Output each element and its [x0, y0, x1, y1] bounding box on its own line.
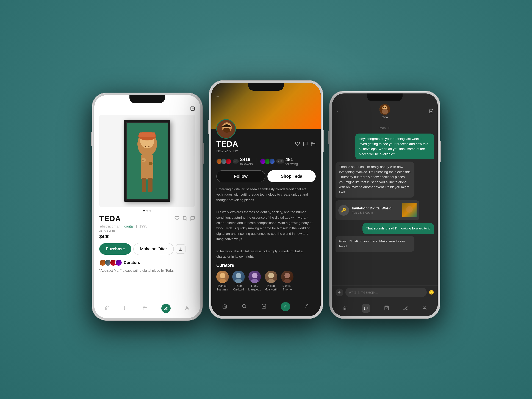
p3-nav-shop[interactable] [384, 305, 389, 311]
followers-label: followers [240, 162, 253, 166]
emoji-button[interactable]: 🙂 [429, 290, 434, 295]
p2-nav-search[interactable] [242, 304, 247, 310]
nav-home[interactable] [105, 305, 110, 311]
artwork-description: "Abstract Man" a captivating digital pie… [99, 268, 195, 273]
offer-button[interactable]: Make an Offer [133, 243, 174, 255]
dot-2[interactable] [146, 210, 148, 212]
calendar-icon-p2[interactable] [311, 141, 316, 147]
msg-card-icon: 🔑 [338, 205, 349, 216]
phone1-navbar [94, 301, 200, 318]
curator-item-3[interactable]: FionaMarquette [248, 271, 261, 291]
nav-calendar[interactable] [143, 305, 147, 311]
add-attachment-button[interactable]: + [336, 289, 343, 296]
curator-avatar-theo [232, 271, 245, 283]
p3-bag-icon[interactable] [429, 109, 433, 114]
p2-nav-create-active[interactable] [281, 302, 290, 311]
svg-rect-15 [143, 306, 147, 310]
following-count: 481 [285, 157, 298, 162]
dot-3[interactable] [150, 210, 151, 212]
artwork-meta: abstract man digital | 1995 [99, 224, 195, 228]
title-row: TEDA [99, 214, 195, 223]
bag-icon[interactable] [190, 106, 195, 112]
p3-nav-chat-active[interactable] [361, 304, 370, 313]
p3-nav-create[interactable] [403, 305, 408, 311]
date-line-right [392, 128, 434, 128]
following-stat: +12 481 following [260, 157, 298, 166]
notch-phone2 [248, 83, 284, 91]
back-btn[interactable]: ← [216, 94, 220, 99]
curator-item-1[interactable]: MarisolHartman [216, 271, 229, 291]
svg-point-43 [306, 304, 308, 306]
message-input[interactable] [345, 288, 427, 297]
cta-buttons: Follow Shop Teda [216, 170, 316, 182]
svg-point-38 [285, 273, 290, 279]
artwork-dots [94, 210, 200, 212]
msg-card[interactable]: 🔑 Invitation: Digital World Feb 13, 5:00… [336, 200, 419, 220]
nav-create-active[interactable] [161, 304, 171, 313]
p3-user-avatar[interactable] [380, 104, 390, 115]
comment-icon[interactable] [190, 216, 195, 222]
profile-action-icons [295, 141, 316, 147]
curator-name-3: FionaMarquette [248, 284, 261, 291]
msg-received-2-text: Great, I'll talk to you there! Make sure… [339, 239, 405, 248]
follow-button[interactable]: Follow [216, 170, 265, 182]
curator-name-5: DamianThorne [282, 284, 292, 291]
msg-card-title: Invitation: Digital World [352, 206, 399, 210]
bio-paragraph-2: His work explores themes of identity, so… [216, 209, 316, 242]
nav-chat[interactable] [124, 305, 129, 311]
artist-name: TEDA [216, 139, 238, 148]
svg-rect-5 [139, 133, 155, 137]
avatar-svg [217, 120, 236, 139]
svg-point-40 [242, 304, 246, 308]
dot-1[interactable] [143, 210, 145, 212]
shop-button[interactable]: Shop Teda [267, 170, 316, 182]
curators-section-title: Curators [216, 263, 316, 268]
purchase-button[interactable]: Purchase [99, 243, 131, 255]
curator-item-4[interactable]: HelenMolsworth [265, 271, 278, 291]
artwork-image: ω [127, 123, 168, 199]
p2-nav-home[interactable] [222, 304, 227, 310]
curator-item-5[interactable]: DamianThorne [281, 271, 293, 291]
phone2-body: TEDA [211, 139, 321, 299]
svg-point-34 [252, 273, 258, 279]
message-icon-p2[interactable] [303, 141, 308, 147]
curator-avatar-damian [281, 271, 293, 283]
curator-avatar-helen [265, 271, 277, 283]
curators-label: Curators [124, 260, 140, 265]
svg-point-36 [268, 273, 274, 279]
svg-point-33 [234, 279, 242, 283]
heart-icon-p2[interactable] [295, 141, 300, 147]
msg-card-info: Invitation: Digital World Feb 13, 5:00pm [352, 206, 399, 215]
artist-avatar-img [217, 120, 235, 138]
artwork-dimensions: 48 × 84 in [99, 229, 195, 233]
curator-item-2[interactable]: TheoCaldwell [232, 271, 245, 291]
svg-point-10 [149, 162, 152, 165]
followers-count-group: 2419 followers [240, 157, 253, 166]
bookmark-icon[interactable] [182, 216, 187, 222]
heart-icon[interactable] [175, 216, 179, 222]
notch-phone1 [129, 95, 165, 103]
curator-name-1: MarisolHartman [217, 284, 228, 291]
svg-rect-13 [148, 178, 152, 192]
back-icon[interactable]: ← [99, 106, 104, 112]
msg-sent-2: That sounds great! I'm looking forward t… [362, 223, 434, 234]
bio-paragraph-3: In his work, the digital realm is not si… [216, 249, 316, 260]
p3-nav-home[interactable] [343, 305, 348, 311]
svg-point-30 [220, 273, 225, 279]
p3-nav-profile[interactable] [422, 305, 427, 311]
messages-list: mon 06 Hey! congrats on your opening las… [332, 122, 438, 285]
p3-back-icon[interactable]: ← [336, 109, 341, 114]
p2-nav-profile[interactable] [305, 304, 310, 310]
msg-sent-1: Hey! congrats on your opening last week.… [355, 133, 434, 159]
following-count-group: 481 following [285, 157, 298, 166]
download-button[interactable] [176, 244, 185, 254]
meta-separator2: | [136, 224, 138, 228]
msg-sent-2-text: That sounds great! I'm looking forward t… [366, 227, 431, 230]
msg-received-1: Thanks so much! I'm really happy with ho… [336, 162, 414, 197]
artwork-svg: ω [127, 123, 168, 199]
date-divider: mon 06 [336, 126, 434, 130]
svg-point-47 [383, 107, 385, 108]
p2-nav-shop[interactable] [261, 304, 266, 310]
nav-profile[interactable] [185, 305, 190, 311]
curators-section: Curators MarisolHartman [216, 263, 316, 291]
